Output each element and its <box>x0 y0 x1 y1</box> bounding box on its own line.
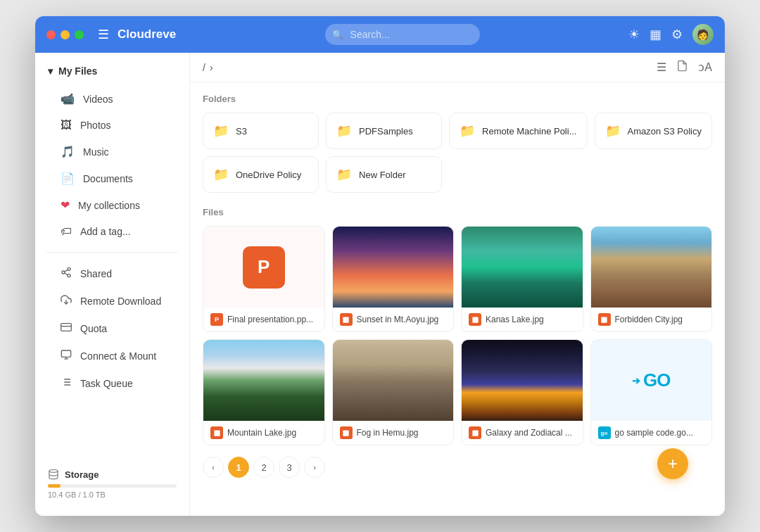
folder-item[interactable]: 📁 OneDrive Policy <box>203 156 319 193</box>
file-name: go sample code.go... <box>615 428 693 438</box>
storage-section: Storage 10.4 GB / 1.0 TB <box>35 460 189 507</box>
maximize-button[interactable] <box>75 30 84 39</box>
pagination-page-1[interactable]: 1 <box>228 457 249 478</box>
my-files-label: My Files <box>58 65 97 77</box>
folder-item[interactable]: 📁 New Folder <box>326 156 442 193</box>
folder-item[interactable]: 📁 Remote Machine Poli... <box>449 113 587 149</box>
header-icons: ☀ ▦ ⚙ 🧑 <box>628 24 714 45</box>
svg-point-17 <box>49 469 58 472</box>
file-name: Mountain Lake.jpg <box>227 428 296 438</box>
file-name: Forbidden City.jpg <box>615 315 683 324</box>
folder-name: Amazon S3 Policy <box>628 126 702 137</box>
file-info: Forbidden City.jpg <box>591 308 712 331</box>
file-type-badge: go <box>598 426 611 439</box>
file-item[interactable]: Fog in Hemu.jpg <box>332 339 455 445</box>
theme-icon[interactable]: ☀ <box>628 27 640 42</box>
heart-icon: ❤ <box>61 198 70 212</box>
folder-icon: 📁 <box>336 167 352 182</box>
file-name: Sunset in Mt.Aoyu.jpg <box>357 315 439 324</box>
sidebar-item-task-queue[interactable]: Task Queue <box>41 370 184 397</box>
sidebar-item-documents[interactable]: 📄 Documents <box>41 165 184 191</box>
file-upload-icon[interactable] <box>676 60 688 75</box>
videos-label: Videos <box>83 94 113 105</box>
files-section-title: Files <box>203 207 712 217</box>
folder-item[interactable]: 📁 S3 <box>203 113 319 149</box>
tag-icon: 🏷 <box>61 225 72 238</box>
svg-point-21 <box>474 318 474 319</box>
breadcrumb: / › <box>203 62 651 73</box>
grid-view-icon[interactable]: ▦ <box>650 27 661 42</box>
menu-icon[interactable]: ☰ <box>98 27 109 42</box>
close-button[interactable] <box>46 30 56 39</box>
sidebar-item-remote-download[interactable]: Remote Download <box>41 288 184 315</box>
minimize-button[interactable] <box>61 30 70 39</box>
sidebar: ▾ My Files 📹 Videos 🖼 Photos 🎵 Music <box>35 53 190 516</box>
divider <box>46 252 178 253</box>
folder-icon: 📁 <box>213 167 229 182</box>
file-item[interactable]: Kanas Lake.jpg <box>461 226 583 332</box>
photos-icon: 🖼 <box>61 119 72 132</box>
sidebar-item-connect-mount[interactable]: Connect & Mount <box>41 343 184 369</box>
photos-label: Photos <box>80 120 111 131</box>
file-item[interactable]: Forbidden City.jpg <box>590 226 713 332</box>
sidebar-item-videos[interactable]: 📹 Videos <box>41 86 184 112</box>
file-name: Kanas Lake.jpg <box>486 315 544 324</box>
file-item[interactable]: Mountain Lake.jpg <box>203 339 325 445</box>
pptx-icon: P <box>243 246 285 289</box>
files-grid: P P Final presentation.pp... <box>203 226 712 445</box>
connect-mount-label: Connect & Mount <box>80 350 156 362</box>
folder-name: New Folder <box>359 170 405 180</box>
sidebar-item-tags[interactable]: 🏷 Add a tag... <box>41 219 184 244</box>
breadcrumb-root[interactable]: / <box>203 62 205 73</box>
file-info: go go sample code.go... <box>591 421 712 445</box>
sidebar-item-music[interactable]: 🎵 Music <box>41 139 184 165</box>
sidebar-item-shared[interactable]: Shared <box>41 260 184 287</box>
svg-point-19 <box>344 318 345 319</box>
chevron-icon: ▾ <box>48 65 53 77</box>
storage-title: Storage <box>65 469 99 480</box>
settings-icon[interactable]: ⚙ <box>671 27 683 42</box>
my-files-header[interactable]: ▾ My Files <box>35 61 189 81</box>
file-info: Sunset in Mt.Aoyu.jpg <box>333 308 454 331</box>
file-info: Mountain Lake.jpg <box>203 421 324 445</box>
fab-add-button[interactable]: + <box>657 448 688 479</box>
folder-name: Remote Machine Poli... <box>482 126 576 137</box>
storage-bar-fill <box>48 484 61 488</box>
nav-section: 📹 Videos 🖼 Photos 🎵 Music 📄 Documents <box>35 84 189 246</box>
search-input[interactable] <box>325 24 480 45</box>
sidebar-item-quota[interactable]: Quota <box>41 315 184 342</box>
sort-icon[interactable]: ↄA <box>698 61 712 74</box>
quota-label: Quota <box>80 323 107 334</box>
file-type-badge <box>340 313 353 326</box>
secondary-nav-section: Shared Remote Download Quota <box>35 258 189 399</box>
sidebar-item-photos[interactable]: 🖼 Photos <box>41 113 184 138</box>
svg-line-4 <box>65 270 68 272</box>
folders-section-title: Folders <box>203 94 712 104</box>
folder-item[interactable]: 📁 PDFSamples <box>326 113 442 149</box>
music-icon: 🎵 <box>61 145 75 158</box>
folder-icon: 📁 <box>213 123 229 139</box>
documents-label: Documents <box>83 173 133 184</box>
list-view-icon[interactable]: ☰ <box>657 61 666 74</box>
pagination-prev[interactable]: ‹ <box>203 457 224 478</box>
pagination-page-3[interactable]: 3 <box>279 457 300 478</box>
sidebar-item-collections[interactable]: ❤ My collections <box>41 192 184 218</box>
pagination-page-2[interactable]: 2 <box>253 457 274 478</box>
file-item[interactable]: ➔ GO go go sample code.go... <box>590 339 713 445</box>
avatar[interactable]: 🧑 <box>692 24 714 45</box>
content-scroll: Folders 📁 S3 📁 PDFSamples 📁 Remote Ma <box>190 82 725 516</box>
file-type-badge: P <box>210 313 223 326</box>
storage-bar-background <box>48 484 177 488</box>
file-type-badge <box>469 426 481 439</box>
file-item[interactable]: Galaxy and Zodiacal ... <box>461 339 583 445</box>
file-info: Fog in Hemu.jpg <box>333 421 454 445</box>
file-item[interactable]: P P Final presentation.pp... <box>203 226 325 332</box>
pagination-next[interactable]: › <box>304 457 325 478</box>
task-queue-icon <box>61 376 72 391</box>
folder-item[interactable]: 📁 Amazon S3 Policy <box>595 113 713 149</box>
toolbar-icons: ☰ ↄA <box>657 60 712 75</box>
folders-grid: 📁 S3 📁 PDFSamples 📁 Remote Machine Poli.… <box>203 113 712 193</box>
svg-rect-6 <box>61 324 72 331</box>
content-toolbar: / › ☰ ↄA <box>190 53 725 82</box>
file-item[interactable]: Sunset in Mt.Aoyu.jpg <box>332 226 455 332</box>
